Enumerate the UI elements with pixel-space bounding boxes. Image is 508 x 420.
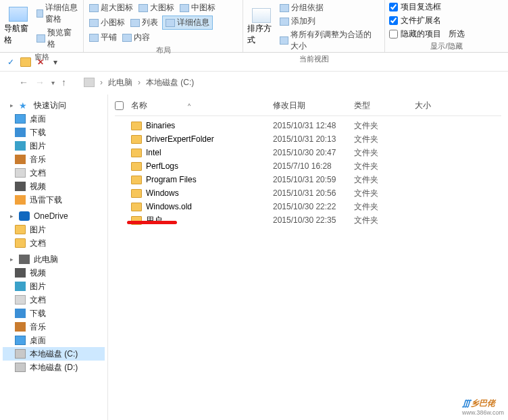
file-date: 2015/10/31 20:59 [273, 175, 354, 184]
details-pane-button[interactable]: 详细信息窗格 [35, 1, 79, 26]
view-medium-icons[interactable]: 中图标 [178, 1, 217, 14]
table-row[interactable]: DriverExpertFolder2015/10/31 20:13文件夹 [115, 132, 501, 146]
file-type: 文件夹 [354, 120, 415, 132]
group-icon [280, 4, 289, 12]
music-icon [15, 322, 26, 332]
sort-indicator-icon: ^ [188, 103, 190, 109]
breadcrumb: › 此电脑 › 本地磁盘 (C:) [84, 77, 194, 88]
table-row[interactable]: Windows2015/10/31 20:56文件夹 [115, 186, 501, 200]
chevron-right-icon[interactable]: › [100, 78, 103, 87]
sidebar-onedrive[interactable]: ▸OneDrive [3, 209, 105, 223]
hidden-items-toggle[interactable]: 隐藏的项目 所选 [389, 28, 504, 40]
file-date: 2015/10/30 20:47 [273, 148, 354, 157]
dropdown-icon[interactable]: ▾ [50, 57, 61, 68]
tiles-icon [89, 34, 99, 42]
select-all-checkbox[interactable] [115, 101, 124, 110]
crumb-pc[interactable]: 此电脑 [108, 77, 132, 88]
folder-icon [131, 162, 142, 171]
drive-icon [15, 349, 26, 359]
view-list[interactable]: 列表 [129, 16, 159, 29]
sidebar-pc-documents[interactable]: 文档 [3, 293, 105, 307]
sidebar-od-docs[interactable]: 文档 [3, 236, 105, 250]
star-icon: ★ [19, 101, 30, 110]
sidebar-this-pc[interactable]: ▸此电脑 [3, 253, 105, 266]
nav-row: ← → ▾ ↑ › 此电脑 › 本地磁盘 (C:) [0, 72, 508, 95]
sidebar-od-pictures[interactable]: 图片 [3, 223, 105, 236]
recent-dropdown[interactable]: ▾ [51, 79, 55, 86]
forward-button[interactable]: → [35, 77, 45, 88]
fit-columns-button[interactable]: 将所有列调整为合适的大小 [278, 28, 380, 53]
table-row[interactable]: Program Files2015/10/31 20:59文件夹 [115, 173, 501, 186]
back-button[interactable]: ← [19, 77, 28, 88]
add-column-button[interactable]: 添加列 [278, 15, 380, 28]
sidebar-music[interactable]: 音乐 [3, 153, 105, 166]
table-row[interactable]: Windows.old2015/10/30 22:22文件夹 [115, 200, 501, 213]
folder-icon [131, 122, 142, 130]
file-name: PerfLogs [146, 161, 178, 171]
sidebar-downloads[interactable]: 下载 [3, 126, 105, 139]
group-by-button[interactable]: 分组依据 [278, 1, 380, 14]
ribbon-group-label: 当前视图 [247, 53, 380, 65]
small-icons-icon [89, 19, 99, 27]
sidebar-desktop[interactable]: 桌面 [3, 112, 105, 126]
folder-icon [131, 189, 142, 198]
sidebar-pc-music[interactable]: 音乐 [3, 320, 105, 334]
preview-pane-icon [36, 34, 45, 43]
pictures-icon [15, 141, 26, 151]
file-name: Program Files [146, 175, 197, 184]
col-name[interactable]: 名称^ [131, 100, 273, 111]
preview-pane-button[interactable]: 预览窗格 [35, 26, 79, 51]
sidebar-drive-c[interactable]: 本地磁盘 (C:) [3, 347, 105, 361]
col-size[interactable]: 大小 [415, 100, 455, 111]
view-large-icons[interactable]: 大图标 [137, 1, 176, 14]
sidebar-pictures[interactable]: 图片 [3, 139, 105, 153]
sidebar-drive-d[interactable]: 本地磁盘 (D:) [3, 361, 105, 374]
add-col-icon [280, 18, 289, 26]
file-date: 2015/10/31 20:13 [273, 134, 354, 144]
item-checkboxes-toggle[interactable]: 项目复选框 [389, 1, 504, 13]
view-content[interactable]: 内容 [121, 31, 151, 44]
column-headers: 名称^ 修改日期 类型 大小 [115, 97, 501, 116]
sidebar: ▸★快速访问 桌面 下载 图片 音乐 文档 视频 迅雷下载 ▸OneDrive … [0, 95, 108, 420]
folder-icon[interactable] [20, 57, 31, 67]
file-date: 2015/7/10 16:28 [273, 161, 354, 171]
sidebar-quick-access[interactable]: ▸★快速访问 [3, 99, 105, 112]
table-row[interactable]: PerfLogs2015/7/10 16:28文件夹 [115, 159, 501, 173]
content-icon [122, 34, 132, 42]
ribbon: 导航窗格 详细信息窗格 预览窗格 窗格 超大图标 大图标 中图标 小图标 列表 … [0, 0, 508, 53]
sidebar-pc-desktop[interactable]: 桌面 [3, 334, 105, 347]
thunder-icon [15, 195, 26, 205]
table-row[interactable]: Binaries2015/10/31 12:48文件夹 [115, 119, 501, 132]
view-tiles[interactable]: 平铺 [88, 31, 118, 44]
crumb-drive[interactable]: 本地磁盘 (C:) [146, 77, 194, 88]
nav-pane-icon [9, 7, 28, 22]
view-small-icons[interactable]: 小图标 [88, 16, 126, 29]
sort-button[interactable]: 排序方式 [247, 8, 276, 46]
col-date[interactable]: 修改日期 [273, 100, 354, 111]
red-annotation-line [127, 221, 177, 224]
view-details[interactable]: 详细信息 [162, 16, 213, 30]
chevron-right-icon[interactable]: › [138, 78, 141, 87]
sidebar-pc-downloads[interactable]: 下载 [3, 307, 105, 320]
file-ext-toggle[interactable]: 文件扩展名 [389, 15, 504, 26]
sidebar-videos[interactable]: 视频 [3, 180, 105, 193]
pc-icon [84, 78, 95, 87]
view-xl-icons[interactable]: 超大图标 [88, 1, 134, 14]
ribbon-group-label: 布局 [88, 44, 238, 56]
sidebar-pc-videos[interactable]: 视频 [3, 266, 105, 280]
sidebar-documents[interactable]: 文档 [3, 166, 105, 180]
pc-icon [19, 255, 30, 264]
check-icon[interactable]: ✓ [5, 57, 16, 68]
close-icon[interactable]: ✕ [35, 57, 46, 68]
folder-icon [131, 135, 142, 144]
nav-pane-button[interactable]: 导航窗格 [4, 7, 32, 46]
table-row[interactable]: 用户2015/10/30 22:35文件夹 [115, 213, 501, 227]
col-type[interactable]: 类型 [354, 100, 415, 111]
up-button[interactable]: ↑ [61, 77, 66, 88]
folder-icon [15, 238, 26, 248]
sidebar-thunder[interactable]: 迅雷下载 [3, 193, 105, 207]
file-name: DriverExpertFolder [146, 134, 214, 144]
table-row[interactable]: Intel2015/10/30 20:47文件夹 [115, 146, 501, 159]
watermark-logo-icon: ∭ [462, 398, 471, 408]
sidebar-pc-pictures[interactable]: 图片 [3, 280, 105, 293]
